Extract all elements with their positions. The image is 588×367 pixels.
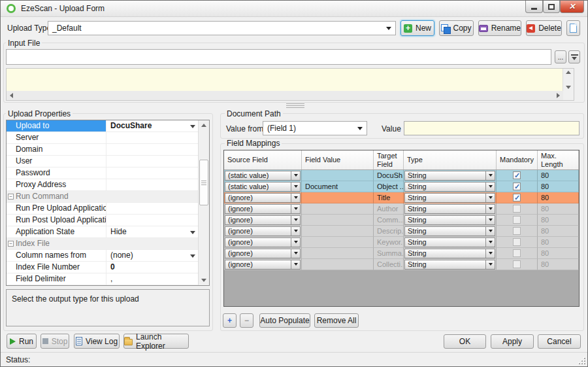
source-field-select[interactable]: (ignore) <box>225 260 301 270</box>
property-value[interactable] <box>106 167 198 179</box>
property-row[interactable]: Server <box>7 132 198 144</box>
source-field-select[interactable]: (ignore) <box>225 237 301 247</box>
chevron-down-icon[interactable] <box>485 227 495 236</box>
property-row[interactable]: Run Post Upload Applicati... <box>7 215 198 226</box>
auto-populate-button[interactable]: Auto Populate <box>259 313 310 328</box>
add-row-button[interactable]: + <box>223 313 237 328</box>
chevron-down-icon[interactable] <box>485 260 495 269</box>
type-select[interactable]: String <box>404 171 495 181</box>
mandatory-checkbox[interactable] <box>513 205 521 213</box>
type-select[interactable]: String <box>404 260 495 270</box>
value-field[interactable] <box>404 121 580 135</box>
browse-button[interactable]: ... <box>555 50 566 63</box>
field-value-cell[interactable] <box>302 237 374 248</box>
input-file-list-area[interactable] <box>7 69 563 91</box>
property-row[interactable]: Proxy Address <box>7 179 198 191</box>
chevron-down-icon[interactable] <box>485 171 495 180</box>
field-value-cell[interactable]: Document <box>302 181 374 192</box>
delete-button[interactable]: Delete <box>526 20 562 36</box>
chevron-down-icon[interactable] <box>190 125 195 128</box>
ok-button[interactable]: OK <box>444 334 486 349</box>
column-header[interactable]: Field Value <box>302 150 374 169</box>
source-field-select[interactable]: (ignore) <box>225 249 301 258</box>
upload-type-select[interactable]: _Default <box>48 21 396 35</box>
copy-button[interactable]: Copy <box>439 20 474 36</box>
property-value[interactable]: DocuShare <box>106 120 198 131</box>
cancel-button[interactable]: Cancel <box>538 334 581 349</box>
column-header[interactable]: Type <box>404 150 497 169</box>
max-length-cell[interactable]: 80 <box>538 181 579 192</box>
column-header[interactable]: Source Field <box>224 150 302 169</box>
field-value-cell[interactable] <box>302 192 374 203</box>
max-length-cell[interactable]: 80 <box>538 248 579 259</box>
property-value[interactable]: 0 <box>106 262 198 273</box>
value-from-select[interactable]: (Field 1) <box>263 121 367 135</box>
mandatory-checkbox[interactable] <box>513 260 521 268</box>
resize-grip[interactable] <box>578 357 585 364</box>
mandatory-checkbox[interactable] <box>513 171 521 179</box>
field-value-cell[interactable] <box>302 215 374 226</box>
chevron-down-icon[interactable] <box>291 216 300 224</box>
chevron-down-icon[interactable] <box>291 183 300 191</box>
chevron-down-icon[interactable] <box>291 194 300 202</box>
stop-button[interactable]: Stop <box>41 334 69 349</box>
source-field-select[interactable]: (ignore) <box>225 226 301 236</box>
property-value[interactable] <box>106 179 198 190</box>
property-group-row[interactable]: −Run Command <box>7 191 198 203</box>
maximize-button[interactable] <box>543 1 560 13</box>
remove-row-button[interactable]: − <box>240 313 253 328</box>
chevron-down-icon[interactable] <box>291 238 300 247</box>
chevron-down-icon[interactable] <box>291 249 300 258</box>
type-select[interactable]: String <box>404 204 495 214</box>
property-value[interactable]: Hide <box>106 226 198 237</box>
property-value[interactable] <box>106 203 198 214</box>
max-length-cell[interactable]: 80 <box>538 170 579 181</box>
chevron-down-icon[interactable] <box>485 249 495 258</box>
mandatory-checkbox[interactable] <box>513 249 521 257</box>
horizontal-scrollbar[interactable] <box>7 91 563 100</box>
property-value[interactable]: , <box>106 273 198 285</box>
collapse-icon[interactable]: − <box>8 241 14 247</box>
vertical-scrollbar[interactable] <box>563 69 574 91</box>
mandatory-checkbox[interactable] <box>513 194 521 201</box>
property-row[interactable]: Upload toDocuShare <box>7 120 198 132</box>
property-value[interactable] <box>106 144 198 155</box>
field-value-cell[interactable] <box>302 203 374 215</box>
field-value-cell[interactable] <box>302 170 374 181</box>
chevron-down-icon[interactable] <box>485 194 495 202</box>
minimize-button[interactable] <box>525 1 543 13</box>
new-button[interactable]: + New <box>400 20 434 36</box>
chevron-down-icon[interactable] <box>485 238 495 247</box>
column-header[interactable]: Mandatory <box>497 150 538 169</box>
property-row[interactable]: Column names from(none) <box>7 250 198 262</box>
run-button[interactable]: Run <box>7 334 37 349</box>
property-grid-scrollbar[interactable] <box>198 120 209 285</box>
property-row[interactable]: Password <box>7 167 198 179</box>
chevron-down-icon[interactable] <box>291 227 300 236</box>
remove-all-button[interactable]: Remove All <box>314 313 359 328</box>
launch-explorer-button[interactable]: Launch Explorer <box>123 334 189 349</box>
max-length-cell[interactable]: 80 <box>538 237 579 248</box>
column-header[interactable]: Max. Length <box>538 150 579 169</box>
max-length-cell[interactable]: 80 <box>538 259 579 270</box>
mandatory-checkbox[interactable] <box>513 183 521 190</box>
chevron-down-icon[interactable] <box>485 205 495 213</box>
source-field-select[interactable]: (ignore) <box>225 215 301 225</box>
mandatory-checkbox[interactable] <box>513 216 521 224</box>
filter-button[interactable] <box>568 50 580 63</box>
scrollbar-thumb[interactable] <box>199 160 208 205</box>
chevron-down-icon[interactable] <box>485 216 495 224</box>
collapse-icon[interactable]: − <box>8 194 14 200</box>
max-length-cell[interactable]: 80 <box>538 215 579 226</box>
max-length-cell[interactable]: 80 <box>538 226 579 237</box>
type-select[interactable]: String <box>404 193 495 203</box>
property-row[interactable]: Index File Number0 <box>7 262 198 273</box>
chevron-down-icon[interactable] <box>190 254 195 258</box>
view-log-button[interactable]: View Log <box>74 334 120 349</box>
title-bar[interactable]: EzeScan - Upload Form ✕ <box>1 1 587 17</box>
chevron-down-icon[interactable] <box>291 171 300 180</box>
property-value[interactable] <box>106 132 198 143</box>
property-value[interactable]: (none) <box>106 250 198 261</box>
property-row[interactable]: Application StateHide <box>7 226 198 238</box>
type-select[interactable]: String <box>404 215 495 225</box>
